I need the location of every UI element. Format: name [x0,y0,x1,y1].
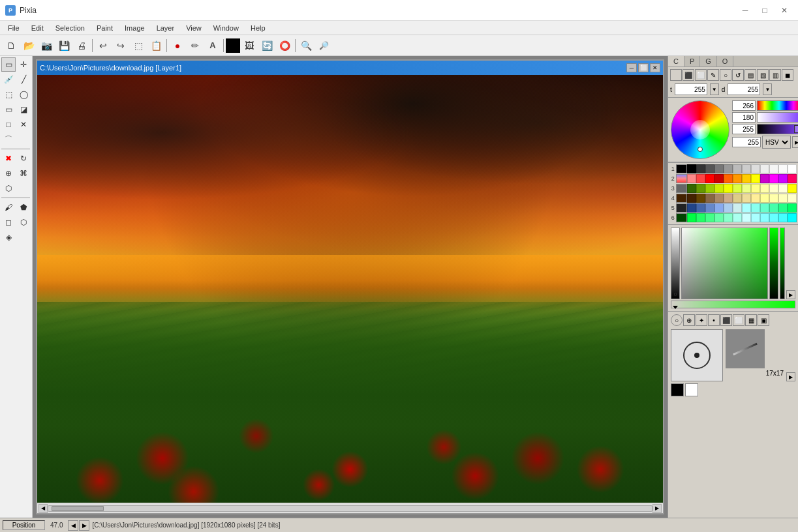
brush-large-preview[interactable] [671,329,723,381]
t-value-input[interactable] [675,83,707,95]
cp-tool-2[interactable]: ⬛ [683,69,694,81]
tool-eyedropper[interactable]: 💉 [1,72,16,87]
brush-tool-crosshair[interactable]: ⊕ [683,314,695,326]
swatch-cell[interactable] [696,184,705,193]
swatch-cell[interactable] [742,164,751,173]
undo-button[interactable]: ↩ [95,37,112,54]
filter-button[interactable]: ⭕ [276,37,293,54]
zoom-out-button[interactable]: 🔎 [315,37,332,54]
swatch-cell[interactable] [778,174,788,183]
menu-selection[interactable]: Selection [50,23,90,33]
swatch-cell[interactable] [733,174,742,183]
swatch-cell[interactable] [696,164,705,173]
swatch-cell[interactable] [778,164,788,173]
menu-edit[interactable]: Edit [26,23,49,33]
menu-file[interactable]: File [3,23,25,33]
color-expand-btn[interactable]: ▶ [792,136,798,148]
swatch-cell[interactable] [714,184,724,193]
d-arrow[interactable]: ▼ [763,83,772,95]
brush-expand[interactable]: ▶ [786,372,795,381]
redo-button[interactable]: ↪ [112,37,129,54]
swatch-cell[interactable] [751,164,760,173]
tool-rect[interactable]: ▭ [1,102,16,117]
swatch-cell[interactable] [778,213,788,222]
cp-tool-5[interactable]: ○ [720,69,731,81]
cp-tool-7[interactable]: ▤ [744,69,756,81]
swatch-cell[interactable] [769,203,778,213]
tool-bucket[interactable]: ⬡ [16,215,31,229]
swatch-cell[interactable] [751,184,760,193]
tool-extra[interactable]: ◈ [1,230,16,244]
d-value-input[interactable] [728,83,760,95]
tool-cross[interactable]: ✕ [16,117,31,132]
hue-input[interactable] [732,100,756,111]
effect-button[interactable]: ● [169,37,186,54]
swatch-cell[interactable] [687,194,696,203]
minimize-button[interactable]: ─ [737,4,754,17]
brush-tool-star[interactable]: ✦ [696,314,707,326]
scroll-thumb[interactable] [52,506,104,511]
menu-view[interactable]: View [181,23,207,33]
swatch-cell[interactable] [705,203,714,213]
status-prev-btn[interactable]: ◀ [68,520,78,531]
swatch-cell[interactable] [687,164,696,173]
swatch-cell[interactable] [760,174,769,183]
swatch-cell[interactable] [705,184,714,193]
t-arrow[interactable]: ▼ [710,83,719,95]
menu-layer[interactable]: Layer [151,23,180,33]
swatch-cell[interactable] [788,213,797,222]
swatch-cell[interactable] [742,194,751,203]
tool-move[interactable]: ✛ [16,57,31,72]
scroll-left-arrow[interactable]: ◀ [38,504,48,513]
tool-stamp[interactable]: ⬟ [16,200,31,214]
swatch-cell[interactable] [696,194,705,203]
swatch-preview-2[interactable] [676,174,687,183]
swatch-cell[interactable] [742,213,751,222]
swatch-cell[interactable] [714,213,724,222]
swatch-cell[interactable] [788,184,797,193]
close-button[interactable]: ✕ [776,4,793,17]
canvas-restore-button[interactable]: ⬜ [638,63,649,72]
swatch-cell[interactable] [769,213,778,222]
rotate-button[interactable]: 🔄 [258,37,275,54]
tool-rect2[interactable]: □ [1,117,16,132]
tool-eraser[interactable]: ◻ [1,215,16,229]
color-rect-button[interactable] [226,38,240,53]
swatch-preview-5[interactable] [676,203,687,213]
swatch-cell[interactable] [742,174,751,183]
tool-ellipse[interactable]: ◯ [16,87,31,102]
swatch-cell[interactable] [788,194,797,203]
swatch-cell[interactable] [733,203,742,213]
swatch-cell[interactable] [760,203,769,213]
brush-tool-button[interactable]: ✏ [187,37,204,54]
brush-sub-preview[interactable] [726,329,765,368]
gradient-expand[interactable]: ▶ [786,290,795,299]
swatch-cell[interactable] [696,174,705,183]
tool-path[interactable]: ⬡ [1,181,16,196]
swatch-cell[interactable] [742,203,751,213]
paste-button[interactable]: 📋 [147,37,164,54]
swatch-cell[interactable] [760,213,769,222]
swatch-cell[interactable] [714,174,724,183]
swatch-cell[interactable] [751,203,760,213]
tool-paint[interactable]: 🖌 [1,200,16,214]
brush-bg-swatch[interactable] [685,383,698,396]
swatch-cell[interactable] [724,164,733,173]
color-wheel[interactable] [671,100,729,159]
tool-curve[interactable]: ⌒ [1,132,16,147]
menu-image[interactable]: Image [119,23,150,33]
sat-input[interactable] [732,112,756,123]
tool-pen[interactable]: ╱ [16,72,31,87]
tab-color[interactable]: C [668,56,684,66]
bright-input[interactable] [732,124,756,134]
cp-tool-1[interactable] [670,69,682,81]
swatch-cell[interactable] [705,164,714,173]
swatch-cell[interactable] [687,174,696,183]
menu-help[interactable]: Help [245,23,271,33]
scroll-right-arrow[interactable]: ▶ [652,504,662,513]
brush-tool-dot[interactable]: • [708,314,720,326]
new-button[interactable]: 🗋 [3,37,20,54]
brush-fg-swatch[interactable] [671,383,684,396]
tool-delete[interactable]: ✖ [1,151,16,166]
swatch-cell[interactable] [778,203,788,213]
